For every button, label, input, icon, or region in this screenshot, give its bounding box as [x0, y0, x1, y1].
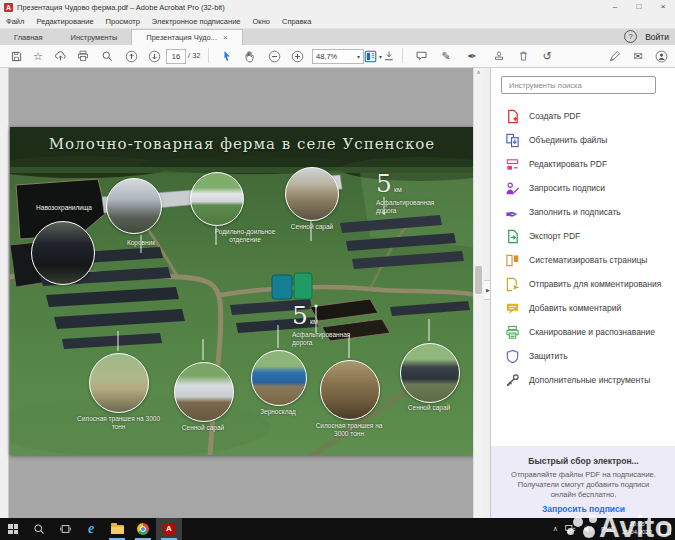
- scrollbar-thumb[interactable]: [475, 266, 482, 294]
- tool-label: Систематизировать страницы: [529, 255, 647, 265]
- tool-more-tools[interactable]: Дополнительные инструменты: [491, 368, 675, 392]
- select-tool-button[interactable]: [216, 45, 236, 67]
- tool-protect[interactable]: Защитить: [491, 344, 675, 368]
- network-icon[interactable]: [565, 524, 576, 534]
- print-button[interactable]: [73, 45, 93, 67]
- window-title: Презентация Чудово ферма.pdf – Adobe Acr…: [17, 3, 225, 12]
- undo-button[interactable]: ↺: [537, 45, 557, 67]
- callout-label: Коровник: [110, 239, 172, 247]
- tool-label: Экспорт PDF: [529, 231, 580, 241]
- tab-close-icon[interactable]: ×: [223, 33, 228, 42]
- export-pdf-icon: [505, 229, 520, 244]
- tool-combine-files[interactable]: Объединить файлы: [491, 128, 675, 152]
- chrome-button[interactable]: [130, 518, 156, 540]
- tab-document[interactable]: Презентация Чудо... ×: [131, 29, 242, 45]
- vertical-scrollbar[interactable]: ∧: [473, 68, 483, 518]
- chrome-icon: [137, 523, 149, 535]
- tab-tools[interactable]: Инструменты: [57, 30, 132, 45]
- callout-label: Родильно-доильное отделение: [208, 228, 282, 244]
- zoom-in-button[interactable]: [286, 45, 308, 67]
- request-signatures-link[interactable]: Запросить подписи: [491, 504, 675, 514]
- trash-icon: [518, 50, 529, 62]
- tool-organize-pages[interactable]: Систематизировать страницы: [491, 248, 675, 272]
- search-button[interactable]: [97, 45, 117, 67]
- next-page-button[interactable]: [143, 45, 165, 67]
- distance-unit: км: [310, 318, 318, 325]
- tool-create-pdf[interactable]: Создать PDF: [491, 104, 675, 128]
- share-button[interactable]: [50, 45, 70, 67]
- send-email-button[interactable]: ✉: [628, 45, 648, 67]
- close-button[interactable]: ×: [651, 0, 675, 15]
- toolbar-divider: [208, 48, 209, 63]
- tool-request-signatures[interactable]: Запросить подписи: [491, 176, 675, 200]
- action-center-icon[interactable]: [659, 524, 671, 535]
- tab-home[interactable]: Главная: [0, 30, 57, 45]
- language-indicator[interactable]: РУС: [601, 526, 615, 533]
- promo-title: Быстрый сбор электрон...: [491, 456, 675, 466]
- distance-unit: км: [394, 186, 402, 193]
- menu-view[interactable]: Просмотр: [100, 17, 146, 26]
- select-cursor-icon: [221, 50, 232, 63]
- file-explorer-button[interactable]: [104, 518, 130, 540]
- delete-button[interactable]: [512, 45, 534, 67]
- tools-search-input[interactable]: [501, 76, 656, 94]
- zoom-in-icon: [291, 50, 304, 63]
- acrobat-window: A Презентация Чудово ферма.pdf – Adobe A…: [0, 0, 675, 540]
- distance-marker-1: 5км Асфальтированная дорога: [376, 171, 462, 215]
- menu-file[interactable]: Файл: [0, 17, 30, 26]
- pencil-tool-button[interactable]: ✎: [436, 45, 456, 67]
- volume-icon[interactable]: [583, 524, 594, 534]
- fill-sign-shortcut-button[interactable]: [604, 45, 626, 67]
- tool-export-pdf[interactable]: Экспорт PDF: [491, 224, 675, 248]
- menu-bar: Файл Редактирование Просмотр Электронное…: [0, 15, 675, 29]
- internet-explorer-button[interactable]: e: [78, 518, 104, 540]
- previous-page-button[interactable]: [120, 45, 142, 67]
- taskbar-search-button[interactable]: [26, 518, 52, 540]
- search-icon: [101, 50, 113, 62]
- tab-bar: Главная Инструменты Презентация Чудо... …: [0, 29, 675, 45]
- page-display-icon: [364, 50, 377, 63]
- printer-icon: [77, 50, 89, 62]
- menu-edit[interactable]: Редактирование: [30, 17, 99, 26]
- tool-fill-sign[interactable]: ✒ Заполнить и подписать: [491, 200, 675, 224]
- callout-circle-silage-1: [89, 353, 149, 413]
- start-button[interactable]: [0, 518, 26, 540]
- scroll-up-icon[interactable]: ∧: [474, 69, 483, 75]
- tray-chevron-icon[interactable]: ∧: [553, 525, 558, 533]
- zoom-level-select[interactable]: 48,7% ▾: [312, 49, 364, 64]
- minimize-button[interactable]: –: [603, 0, 627, 15]
- organize-pages-icon: [505, 253, 520, 268]
- save-button[interactable]: [6, 45, 26, 67]
- comment-button[interactable]: [410, 45, 432, 67]
- zoom-out-button[interactable]: [263, 45, 285, 67]
- task-view-button[interactable]: [52, 518, 78, 540]
- tool-label: Объединить файлы: [529, 135, 607, 145]
- toolbar: ☆ 16 / 32 48,7% ▾: [0, 45, 675, 68]
- sign-tool-button[interactable]: ✒: [462, 45, 482, 67]
- scrolling-mode-button[interactable]: [378, 45, 400, 67]
- page-number-input[interactable]: 16: [166, 49, 186, 64]
- menu-esign[interactable]: Электронное подписание: [146, 17, 247, 26]
- menu-window[interactable]: Окно: [247, 17, 276, 26]
- favorites-star-button[interactable]: ☆: [28, 45, 48, 67]
- add-comment-icon: [505, 301, 520, 316]
- sign-in-button[interactable]: Войти: [645, 32, 669, 42]
- profile-button[interactable]: [650, 45, 672, 67]
- maximize-button[interactable]: □: [627, 0, 651, 15]
- menu-help[interactable]: Справка: [276, 17, 317, 26]
- help-icon[interactable]: ?: [624, 30, 637, 43]
- acrobat-taskbar-button[interactable]: A: [156, 518, 182, 540]
- tool-label: Добавить комментарий: [529, 303, 621, 313]
- hand-tool-button[interactable]: [239, 45, 261, 67]
- protect-shield-icon: [505, 349, 520, 364]
- system-tray: ∧ РУС 10:15 25.04.2023: [553, 518, 671, 540]
- stamp-tool-button[interactable]: [488, 45, 510, 67]
- tool-edit-pdf[interactable]: Редактировать PDF: [491, 152, 675, 176]
- tool-send-for-comments[interactable]: Отправить для комментирования: [491, 272, 675, 296]
- tool-add-comment[interactable]: Добавить комментарий: [491, 296, 675, 320]
- tool-label: Отправить для комментирования: [529, 279, 661, 289]
- clock[interactable]: 10:15 25.04.2023: [622, 521, 652, 537]
- distance-marker-2: 5км Асфальтированная дорога: [292, 303, 362, 347]
- nav-pane-strip[interactable]: [0, 68, 9, 518]
- tool-scan-ocr[interactable]: Сканирование и распознавание: [491, 320, 675, 344]
